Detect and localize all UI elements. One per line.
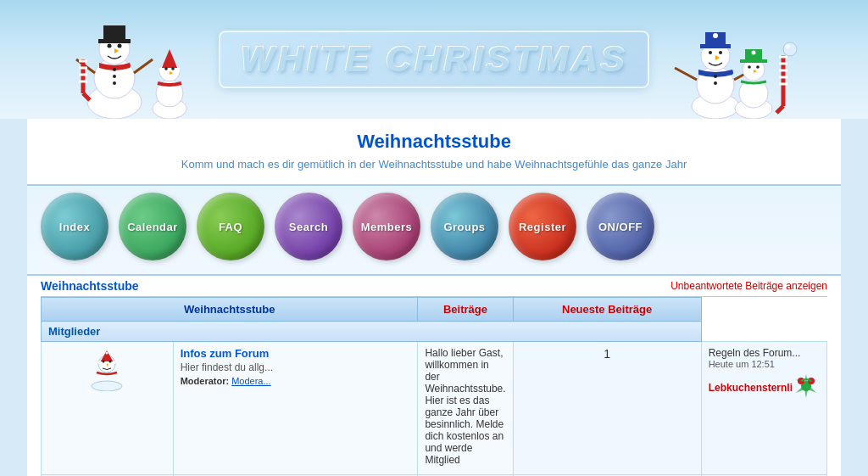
svg-point-36 <box>714 75 717 78</box>
svg-point-5 <box>108 44 112 48</box>
neueste-user-infos: Lebkuchensternli <box>709 382 793 394</box>
svg-marker-22 <box>161 49 178 70</box>
svg-point-56 <box>756 65 760 69</box>
forum-desc-infos: Hier findest du allg... <box>181 361 411 373</box>
svg-line-14 <box>83 93 90 100</box>
col-forum-header: Weihnachtsstube <box>42 298 418 322</box>
nav-buttons: Index Calendar FAQ Search Members Groups… <box>27 186 841 274</box>
forum-icon-cell-infos <box>42 342 174 475</box>
svg-point-32 <box>713 33 718 38</box>
svg-rect-3 <box>103 25 125 41</box>
moderator-link-infos[interactable]: Modera... <box>231 376 270 386</box>
snowman-icon-infos <box>86 347 127 391</box>
svg-rect-31 <box>700 44 731 48</box>
nav-button-members[interactable]: Members <box>353 193 420 260</box>
forum-welcome-cell: Hallo lieber Gast, willkommen in der Wei… <box>418 342 513 475</box>
svg-point-6 <box>118 44 122 48</box>
beitraege-cell-infos: 1 <box>513 342 701 475</box>
svg-point-64 <box>103 361 105 363</box>
site-subtitle: Komm und mach es dir gemütlich in der We… <box>27 158 841 184</box>
forum-row-infos: Infos zum Forum Hier findest du allg... … <box>42 342 827 475</box>
nav-button-faq[interactable]: FAQ <box>197 193 264 260</box>
neueste-cell-infos: Regeln des Forum... Heute um 12:51 Lebku… <box>701 342 826 475</box>
section-mitglieder: Mitglieder <box>42 322 827 342</box>
snowman-left-decoration <box>68 8 195 119</box>
svg-marker-68 <box>796 374 816 398</box>
col-neueste-header: Neueste Beiträge <box>513 298 701 322</box>
forum-header-bar: Weihnachtsstube Unbeantwortete Beiträge … <box>41 276 827 297</box>
svg-point-54 <box>752 51 756 55</box>
svg-point-8 <box>113 68 116 71</box>
nav-button-search[interactable]: Search <box>275 193 342 260</box>
svg-point-24 <box>164 67 168 70</box>
nav-button-register[interactable]: Register <box>509 193 576 260</box>
svg-point-58 <box>92 381 122 391</box>
forum-section: Weihnachtsstube Unbeantwortete Beiträge … <box>41 276 827 476</box>
svg-rect-4 <box>98 39 131 43</box>
svg-point-34 <box>719 51 722 54</box>
svg-point-47 <box>783 42 797 56</box>
banner-title: WHITE CHRISTMAS <box>241 39 628 79</box>
svg-point-25 <box>171 67 175 70</box>
header-banner: WHITE CHRISTMAS <box>0 0 868 119</box>
content-wrapper: Weihnachtsstube Komm und mach es dir gem… <box>27 119 841 476</box>
page-wrapper: WHITE CHRISTMAS <box>0 0 868 476</box>
site-title: Weihnachtsstube <box>27 119 841 158</box>
svg-point-63 <box>106 352 108 355</box>
forum-moderator-infos: Moderator: Modera... <box>181 376 411 386</box>
nav-button-calendar[interactable]: Calendar <box>119 193 186 260</box>
forum-info-cell-infos: Infos zum Forum Hier findest du allg... … <box>173 342 418 475</box>
svg-point-48 <box>785 44 790 49</box>
svg-point-33 <box>709 51 712 54</box>
svg-point-55 <box>748 65 751 69</box>
col-beitraege-header: Beiträge <box>418 298 513 322</box>
nav-button-groups[interactable]: Groups <box>431 193 498 260</box>
svg-line-12 <box>134 59 153 73</box>
neueste-link-infos[interactable]: Regeln des Forum... <box>709 347 801 359</box>
forum-table-header: Weihnachtsstube Beiträge Neueste Beiträg… <box>42 298 827 322</box>
svg-rect-53 <box>740 59 767 63</box>
nav-button-index[interactable]: Index <box>41 193 108 260</box>
welcome-text: Hallo lieber Gast, willkommen in der Wei… <box>425 347 505 466</box>
nav-button-onoff[interactable]: ON/OFF <box>587 193 654 260</box>
svg-point-9 <box>113 75 116 78</box>
christmas-star-icon <box>793 372 820 402</box>
svg-point-65 <box>109 361 112 363</box>
unanswered-link[interactable]: Unbeantwortete Beiträge anzeigen <box>670 280 827 292</box>
forum-title-infos[interactable]: Infos zum Forum <box>181 347 270 360</box>
nav-area: Index Calendar FAQ Search Members Groups… <box>27 184 841 276</box>
svg-point-10 <box>113 81 116 85</box>
section-mitglieder-label: Mitglieder <box>42 322 702 342</box>
neueste-time-infos: Heute um 12:51 <box>709 359 820 369</box>
svg-line-41 <box>776 106 783 113</box>
svg-point-37 <box>714 81 717 85</box>
svg-line-39 <box>675 68 697 80</box>
forum-name-link[interactable]: Weihnachtsstube <box>41 279 139 293</box>
forum-table: Weihnachtsstube Beiträge Neueste Beiträg… <box>41 297 827 476</box>
snowman-right-decoration <box>665 8 800 119</box>
